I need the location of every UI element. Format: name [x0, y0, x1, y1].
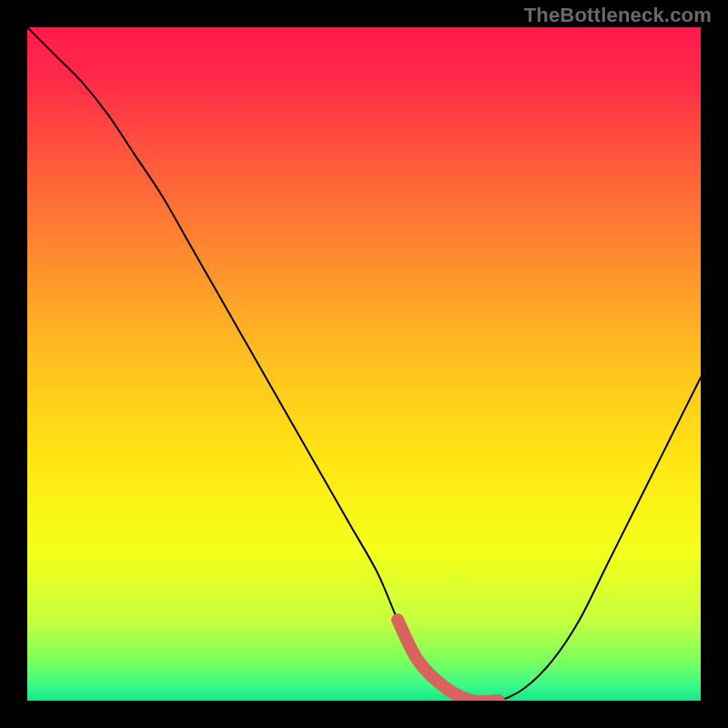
watermark-text: TheBottleneck.com	[524, 4, 712, 27]
chart-container: TheBottleneck.com	[0, 0, 728, 728]
bottleneck-chart	[27, 27, 701, 701]
gradient-background	[27, 27, 701, 701]
